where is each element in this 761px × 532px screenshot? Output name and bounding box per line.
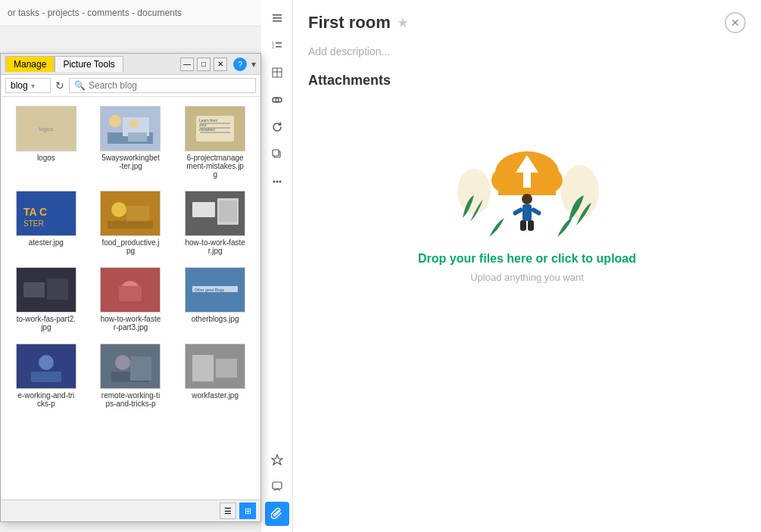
drop-subtext: Upload anything you want [470,272,584,283]
list-item[interactable]: workfaster.jpg [176,341,254,411]
close-button[interactable]: ✕ [725,12,746,33]
svg-text:STER: STER [23,219,44,228]
close-window-button[interactable]: ✕ [214,58,227,71]
file-label: e-working-and-tricks-p [16,391,76,408]
refresh-toolbar-button[interactable] [265,115,289,139]
copy-toolbar-button[interactable] [265,142,289,166]
file-label: to-work-fas-part2.jpg [16,315,76,331]
room-title: First room [308,13,391,33]
list-item[interactable]: Other great Blogs otherblogs.jpg [176,264,254,334]
drop-zone[interactable]: Drop your files here or click to upload … [308,101,746,313]
svg-rect-31 [119,286,142,301]
help-button[interactable]: ? [233,58,247,71]
svg-point-36 [39,355,54,370]
maximize-button[interactable]: □ [197,58,211,71]
svg-rect-28 [47,278,68,300]
grid-view-button[interactable]: ⊞ [239,502,256,519]
svg-rect-44 [216,359,237,378]
svg-rect-71 [512,207,523,216]
location-value: blog [11,80,28,91]
list-item[interactable]: to-work-fas-part2.jpg [7,264,86,334]
list-item[interactable]: how-to-work-faster-part3.jpg [92,264,170,334]
list-view-button[interactable]: ☰ [220,502,236,519]
list-toolbar-button[interactable] [265,6,289,30]
svg-point-57 [273,181,275,183]
svg-rect-21 [126,206,149,221]
svg-text:2.: 2. [272,45,275,49]
svg-point-1 [109,115,121,127]
svg-point-4 [129,119,139,128]
fm-title-bar: Manage Picture Tools — □ ✕ ? ▾ [1,54,260,75]
background-nav: or tasks - projects - comments - documen… [0,0,261,26]
add-description[interactable]: Add description... [308,45,746,58]
file-label: how-to-work-faster.jpg [185,238,245,255]
list-item[interactable]: Learn fromyourmistakes! 6-projectmanagem… [176,103,254,182]
list-item[interactable]: food_productive.jpg [92,188,170,258]
svg-rect-43 [192,355,214,381]
ordered-list-toolbar-button[interactable]: 1.2. [265,33,289,58]
svg-rect-25 [219,201,237,222]
svg-rect-61 [273,482,282,489]
quick-toolbar-button[interactable] [265,447,289,471]
search-box: 🔍 [69,78,256,93]
file-grid-area: logos logos 5waysworkingbet-ter.jpg Lear… [1,97,260,466]
svg-rect-46 [273,17,282,19]
file-label: 5waysworkingbet-ter.jpg [100,154,161,170]
svg-rect-72 [531,207,542,216]
svg-point-39 [115,355,130,370]
file-label: food_productive.jpg [100,238,161,255]
location-dropdown-icon: ▾ [31,82,35,90]
link-toolbar-button[interactable] [265,88,289,112]
file-label: workfaster.jpg [192,391,239,400]
refresh-button[interactable]: ↻ [55,79,64,92]
list-item[interactable]: e-working-and-tricks-p [7,341,86,411]
location-selector[interactable]: blog ▾ [5,78,51,93]
svg-point-58 [276,181,278,183]
svg-rect-37 [31,372,61,382]
svg-rect-19 [108,221,153,229]
list-item[interactable]: TA CSTER atester.jpg [7,188,86,258]
list-item[interactable]: how-to-work-faster.jpg [176,188,254,258]
fm-statusbar: ☰ ⊞ [1,499,260,521]
room-title-row: First room ★ [308,13,409,33]
svg-rect-49 [276,42,282,44]
file-label: how-to-work-faster-part3.jpg [100,315,161,331]
comment-toolbar-button[interactable] [265,474,289,499]
more-toolbar-button[interactable] [265,170,289,194]
drop-text[interactable]: Drop your files here or click to upload [418,252,636,266]
svg-rect-27 [23,282,45,297]
fm-navbar: blog ▾ ↻ 🔍 [1,75,260,97]
svg-rect-73 [520,220,526,231]
star-icon[interactable]: ★ [397,14,409,31]
file-label: 6-projectmanagement-mistakes.jpg [185,154,245,179]
attachment-toolbar-button[interactable] [265,502,289,526]
svg-rect-45 [273,14,282,16]
list-item[interactable]: remote-working-tips-and-tricks-p [92,341,170,411]
svg-rect-70 [522,204,532,221]
tab-picture-tools[interactable]: Picture Tools [55,56,123,72]
file-grid: logos logos 5waysworkingbet-ter.jpg Lear… [7,103,254,411]
svg-text:mistakes!: mistakes! [199,127,215,132]
vertical-toolbar: 1.2. [261,0,293,532]
table-toolbar-button[interactable] [265,61,289,85]
search-icon: 🔍 [74,80,86,91]
svg-rect-23 [192,202,215,217]
fm-tabs: Manage Picture Tools [5,56,123,72]
dropdown-arrow-icon: ▾ [251,59,256,70]
main-content: First room ★ ✕ Add description... Attach… [293,0,761,532]
list-item[interactable]: logos logos [7,103,86,182]
svg-rect-5 [128,132,147,142]
search-input[interactable] [89,80,251,91]
svg-rect-41 [130,356,151,381]
minimize-button[interactable]: — [180,58,194,71]
upload-illustration [451,131,603,252]
svg-point-69 [522,194,532,204]
svg-text:Other great Blogs: Other great Blogs [195,288,225,292]
close-icon: ✕ [731,17,740,29]
tab-manage[interactable]: Manage [5,56,55,72]
file-label: logos [37,154,55,162]
svg-rect-47 [273,20,282,22]
list-item[interactable]: 5waysworkingbet-ter.jpg [92,103,170,182]
svg-rect-74 [528,220,534,231]
svg-rect-51 [276,46,282,48]
